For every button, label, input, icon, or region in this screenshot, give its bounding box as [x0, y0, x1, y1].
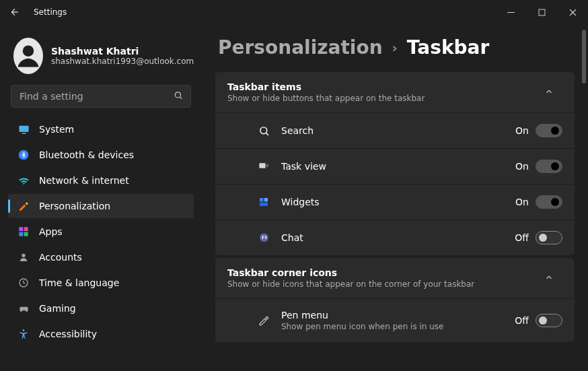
widgets-toggle[interactable]	[536, 195, 562, 209]
row-label: Search	[281, 125, 515, 136]
svg-point-3	[175, 92, 180, 98]
card-title: Taskbar corner icons	[227, 267, 536, 278]
svg-point-13	[23, 329, 25, 331]
scrollbar-thumb[interactable]	[582, 30, 586, 83]
sidebar-item-label: Gaming	[39, 303, 76, 314]
close-button[interactable]	[557, 0, 588, 24]
card-title: Taskbar items	[227, 81, 536, 92]
clock-icon	[17, 277, 30, 289]
sidebar-item-label: Accounts	[39, 252, 82, 263]
sidebar-item-label: System	[39, 124, 74, 135]
sidebar-item-label: Accessibility	[39, 329, 97, 339]
nav-list: System Bluetooth & devices Network & int…	[8, 116, 194, 347]
toggle-state: On	[515, 161, 529, 172]
maximize-button[interactable]	[526, 0, 557, 24]
chat-icon	[256, 232, 272, 244]
toggle-state: Off	[515, 232, 529, 243]
svg-rect-0	[507, 12, 515, 13]
toggle-state: Off	[515, 315, 529, 326]
sidebar-item-bluetooth[interactable]: Bluetooth & devices	[8, 143, 194, 167]
sidebar-item-time-language[interactable]: Time & language	[8, 271, 194, 295]
toggle-state: On	[515, 125, 529, 136]
profile-name: Shashwat Khatri	[51, 46, 194, 57]
window-controls	[495, 0, 588, 24]
svg-rect-18	[264, 198, 268, 201]
setting-row-widgets: Widgets On	[215, 184, 575, 220]
sidebar-item-personalization[interactable]: Personalization	[8, 194, 194, 218]
svg-rect-19	[260, 203, 268, 206]
chevron-up-icon	[536, 272, 562, 285]
profile-email: shashwat.khatri1993@outlook.com	[51, 57, 194, 66]
sidebar-item-system[interactable]: System	[8, 117, 194, 141]
card-subtitle: Show or hide buttons that appear on the …	[227, 94, 536, 103]
breadcrumb-current: Taskbar	[407, 36, 489, 59]
accounts-icon	[17, 251, 30, 263]
main-content: Personalization › Taskbar Taskbar items …	[202, 24, 588, 371]
profile-block[interactable]: Shashwat Khatri shashwat.khatri1993@outl…	[8, 31, 194, 85]
sidebar-item-label: Time & language	[39, 277, 119, 288]
svg-rect-1	[539, 9, 545, 15]
svg-rect-10	[24, 232, 28, 236]
search-box	[11, 85, 191, 108]
sidebar-item-label: Bluetooth & devices	[39, 149, 134, 160]
svg-rect-17	[260, 198, 263, 201]
minimize-button[interactable]	[495, 0, 526, 24]
svg-point-11	[22, 254, 25, 257]
gaming-icon	[17, 302, 30, 314]
svg-point-14	[260, 127, 266, 133]
corner-icons-header[interactable]: Taskbar corner icons Show or hide icons …	[215, 258, 575, 298]
svg-rect-7	[19, 227, 23, 231]
chevron-right-icon: ›	[392, 40, 398, 56]
svg-rect-9	[19, 232, 23, 236]
app-title: Settings	[34, 7, 67, 17]
svg-point-20	[260, 233, 268, 242]
search-toggle[interactable]	[536, 124, 562, 137]
chat-toggle[interactable]	[536, 231, 562, 244]
personalization-icon	[17, 200, 30, 212]
row-sublabel: Show pen menu icon when pen is in use	[281, 322, 515, 331]
corner-icons-card: Taskbar corner icons Show or hide icons …	[215, 258, 575, 342]
svg-rect-15	[259, 163, 265, 168]
setting-row-penmenu: Pen menu Show pen menu icon when pen is …	[215, 298, 575, 342]
taskbar-items-header[interactable]: Taskbar items Show or hide buttons that …	[215, 72, 575, 112]
sidebar-item-apps[interactable]: Apps	[8, 220, 194, 244]
setting-row-search: Search On	[215, 112, 575, 148]
sidebar-item-accounts[interactable]: Accounts	[8, 245, 194, 269]
setting-row-chat: Chat Off	[215, 220, 575, 255]
svg-rect-5	[22, 133, 26, 133]
sidebar-item-network[interactable]: Network & internet	[8, 168, 194, 193]
row-label: Chat	[281, 232, 515, 243]
breadcrumb: Personalization › Taskbar	[215, 36, 588, 59]
search-icon	[256, 125, 272, 137]
sidebar-item-gaming[interactable]: Gaming	[8, 296, 194, 321]
widgets-icon	[256, 197, 272, 207]
search-input[interactable]	[11, 85, 191, 108]
bluetooth-icon	[17, 149, 30, 161]
svg-point-2	[23, 45, 34, 57]
penmenu-toggle[interactable]	[536, 314, 562, 327]
taskbar-items-card: Taskbar items Show or hide buttons that …	[215, 72, 575, 255]
pen-icon	[256, 315, 272, 327]
card-subtitle: Show or hide icons that appear on the co…	[227, 279, 536, 289]
setting-row-taskview: Task view On	[215, 148, 575, 184]
sidebar-item-label: Network & internet	[39, 175, 129, 186]
system-icon	[17, 123, 30, 135]
svg-rect-8	[24, 227, 28, 231]
sidebar: Shashwat Khatri shashwat.khatri1993@outl…	[0, 24, 202, 371]
svg-rect-4	[19, 125, 28, 131]
row-label: Widgets	[281, 197, 515, 207]
taskview-toggle[interactable]	[536, 160, 562, 173]
back-button[interactable]	[4, 1, 26, 23]
toggle-state: On	[515, 197, 529, 207]
apps-icon	[17, 226, 30, 238]
search-icon	[174, 90, 183, 103]
breadcrumb-parent[interactable]: Personalization	[218, 36, 383, 59]
sidebar-item-accessibility[interactable]: Accessibility	[8, 322, 194, 346]
wifi-icon	[17, 174, 30, 187]
row-label: Pen menu	[281, 310, 515, 321]
avatar	[13, 38, 43, 74]
svg-rect-16	[266, 164, 268, 168]
titlebar: Settings	[0, 0, 588, 24]
row-label: Task view	[281, 161, 515, 172]
sidebar-item-label: Apps	[39, 226, 63, 237]
